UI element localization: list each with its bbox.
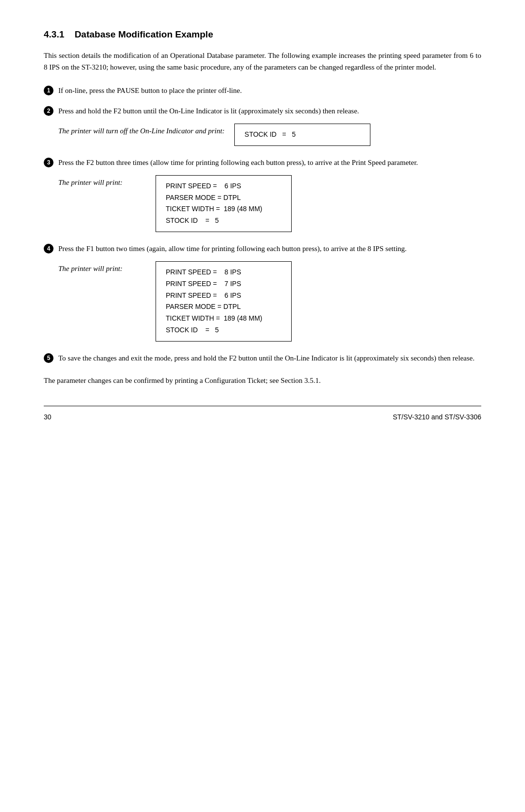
step-4-output-area: The printer will print: PRINT SPEED = 8 … <box>58 261 481 342</box>
step-5-number: 5 <box>44 353 53 363</box>
step-2-output-area: The printer will turn off the On-Line In… <box>58 124 481 146</box>
step-1: 1 If on-line, press the PAUSE button to … <box>44 85 481 96</box>
step-3-line-3: TICKET WIDTH = 189 (48 MM) <box>166 203 281 215</box>
step-4-number: 4 <box>44 244 53 253</box>
step-3-line-1: PRINT SPEED = 6 IPS <box>166 180 281 192</box>
footer-divider <box>44 406 481 406</box>
step-3: 3 Press the F2 button three times (allow… <box>44 157 481 232</box>
step-4-print-label: The printer will print: <box>58 261 156 274</box>
step-5: 5 To save the changes and exit the mode,… <box>44 352 481 364</box>
section-number: 4.3.1 <box>44 29 64 39</box>
step-4-output-box: PRINT SPEED = 8 IPS PRINT SPEED = 7 IPS … <box>156 261 292 342</box>
step-4-line-5: TICKET WIDTH = 189 (48 MM) <box>166 313 281 325</box>
step-1-text: If on-line, press the PAUSE button to pl… <box>58 85 481 96</box>
steps-list: 1 If on-line, press the PAUSE button to … <box>44 85 481 364</box>
step-2-print-label: The printer will turn off the On-Line In… <box>58 124 234 137</box>
step-4-line-6: STOCK ID = 5 <box>166 325 281 336</box>
step-4-line-3: PRINT SPEED = 6 IPS <box>166 290 281 302</box>
step-3-output-box: PRINT SPEED = 6 IPS PARSER MODE = DTPL T… <box>156 175 292 232</box>
step-2: 2 Press and hold the F2 button until the… <box>44 105 481 146</box>
page-container: 4.3.1 Database Modification Example This… <box>0 0 525 812</box>
closing-paragraph: The parameter changes can be confirmed b… <box>44 375 481 386</box>
step-4-line-1: PRINT SPEED = 8 IPS <box>166 267 281 278</box>
footer-document-title: ST/SV-3210 and ST/SV-3306 <box>393 413 481 421</box>
step-4-line-2: PRINT SPEED = 7 IPS <box>166 278 281 290</box>
step-2-number: 2 <box>44 106 53 116</box>
footer-page-number: 30 <box>44 413 52 421</box>
step-3-number: 3 <box>44 158 53 167</box>
step-4-text: Press the F1 button two times (again, al… <box>58 243 481 254</box>
step-3-output-area: The printer will print: PRINT SPEED = 6 … <box>58 175 481 232</box>
step-4-line-4: PARSER MODE = DTPL <box>166 301 281 313</box>
step-1-number: 1 <box>44 86 53 95</box>
step-3-print-label: The printer will print: <box>58 175 156 188</box>
step-2-line-1: STOCK ID = 5 <box>245 130 296 138</box>
section-title: 4.3.1 Database Modification Example <box>44 29 481 40</box>
step-3-text: Press the F2 button three times (allow t… <box>58 157 481 168</box>
step-4: 4 Press the F1 button two times (again, … <box>44 243 481 342</box>
intro-paragraph: This section details the modification of… <box>44 50 481 73</box>
step-3-line-4: STOCK ID = 5 <box>166 215 281 227</box>
step-3-line-2: PARSER MODE = DTPL <box>166 192 281 204</box>
step-2-output-box: STOCK ID = 5 <box>234 124 370 146</box>
section-heading: Database Modification Example <box>74 29 213 39</box>
footer: 30 ST/SV-3210 and ST/SV-3306 <box>44 411 481 421</box>
step-2-text: Press and hold the F2 button until the O… <box>58 105 481 117</box>
step-5-text: To save the changes and exit the mode, p… <box>58 352 481 364</box>
